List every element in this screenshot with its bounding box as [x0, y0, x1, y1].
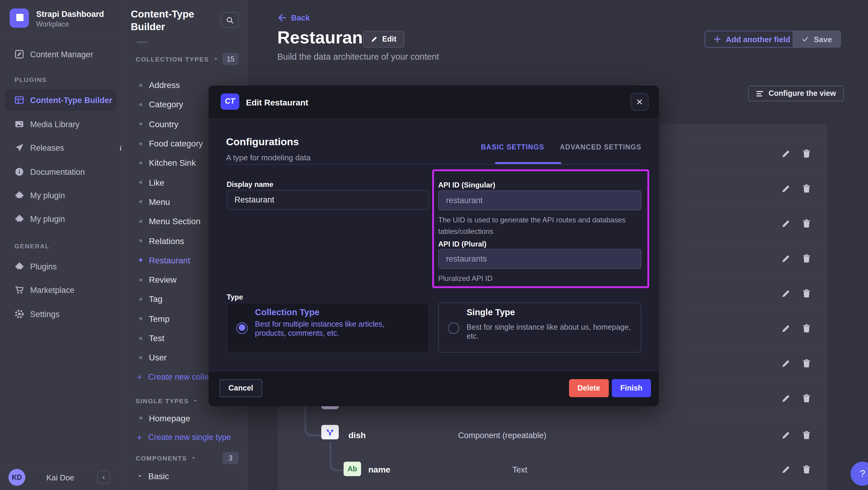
components-list: Basic	[121, 466, 248, 486]
tab-basic-settings[interactable]: BASIC SETTINGS	[481, 143, 544, 150]
components-header[interactable]: COMPONENTS 3	[121, 452, 248, 464]
trash-icon[interactable]	[802, 149, 811, 158]
trash-icon[interactable]	[802, 289, 811, 298]
bullet-icon	[139, 201, 142, 204]
pencil-icon[interactable]	[781, 254, 791, 264]
row-actions	[781, 359, 811, 368]
trash-icon[interactable]	[802, 184, 811, 193]
content-type-badge: CT	[221, 93, 239, 110]
tab-advanced-settings[interactable]: ADVANCED SETTINGS	[560, 143, 641, 150]
close-button[interactable]	[630, 93, 649, 111]
field-name: dish	[348, 430, 366, 440]
field-name: name	[368, 465, 390, 474]
collapse-sidebar-button[interactable]: ‹	[97, 471, 110, 484]
single-type-radio[interactable]	[448, 322, 459, 334]
component-icon	[321, 425, 339, 439]
sidebar-item-label: Settings	[30, 309, 60, 318]
pencil-icon[interactable]	[781, 465, 791, 474]
bullet-icon	[139, 298, 142, 301]
single-types-list: Homepage	[121, 408, 248, 428]
sidebar-item-documentation[interactable]: Documentation	[0, 161, 121, 183]
save-button[interactable]: Save	[793, 31, 841, 48]
api-id-singular-label: API ID (Singular)	[438, 181, 495, 189]
create-single-type-link[interactable]: + Create new single type	[121, 428, 248, 447]
sidebar-item-releases[interactable]: Releases	[0, 137, 121, 158]
api-id-singular-input[interactable]: restaurant	[438, 190, 641, 210]
bullet-icon	[139, 356, 142, 359]
field-type: Text	[513, 465, 527, 474]
collection-types-header[interactable]: COLLECTION TYPES 15	[121, 53, 248, 65]
sidebar-item-marketplace[interactable]: Marketplace	[0, 279, 121, 301]
brand: Strapi Dashboard Workplace	[0, 0, 121, 37]
bullet-icon	[139, 259, 142, 262]
sidebar-item-my-plugin-1[interactable]: My plugin	[0, 184, 121, 206]
display-name-input[interactable]: Restaurant	[227, 189, 429, 209]
sidebar-item-settings[interactable]: Settings	[0, 303, 121, 325]
trash-icon[interactable]	[802, 359, 811, 368]
row-actions	[781, 289, 811, 298]
plus-icon	[714, 36, 721, 43]
single-types-label: SINGLE TYPES	[135, 397, 189, 405]
configurations-title: Configurations	[226, 136, 299, 148]
sidebar-item-content-type-builder[interactable]: Content-Type Builder	[5, 89, 116, 111]
row-divider	[278, 486, 827, 486]
image-icon	[14, 119, 24, 129]
back-arrow-icon	[277, 13, 286, 22]
sidebar-item-my-plugin-2[interactable]: My plugin	[0, 208, 121, 229]
pencil-icon[interactable]	[781, 430, 791, 440]
single-type-title: Single Type	[467, 307, 515, 317]
pencil-icon[interactable]	[781, 324, 791, 333]
plus-icon: +	[137, 432, 142, 443]
modal-header: CT Edit Restaurant	[209, 85, 659, 118]
subnav-item-basic[interactable]: Basic	[121, 466, 248, 486]
cancel-button[interactable]: Cancel	[219, 379, 262, 397]
pencil-icon[interactable]	[781, 184, 791, 193]
add-another-field-button[interactable]: Add another field	[705, 31, 799, 48]
api-id-plural-input[interactable]: restaurants	[438, 249, 641, 269]
sidebar-item-content-manager[interactable]: Content Manager	[0, 43, 121, 65]
pencil-icon[interactable]	[781, 219, 791, 228]
tabs-divider	[226, 164, 641, 164]
sidebar-item-label: Content-Type Builder	[30, 95, 113, 104]
pencil-icon[interactable]	[781, 359, 791, 368]
tree-connector	[330, 442, 345, 471]
brand-subtitle: Workplace	[36, 21, 69, 28]
pencil-icon[interactable]	[781, 149, 791, 158]
bullet-icon	[139, 220, 142, 223]
plugins-section-label: PLUGINS	[14, 76, 47, 83]
finish-button[interactable]: Finish	[612, 379, 651, 397]
edit-button[interactable]: Edit	[363, 31, 404, 48]
edit-restaurant-modal: CT Edit Restaurant Configurations A type…	[209, 85, 659, 406]
single-type-description: Best for single instance like about us, …	[467, 323, 641, 341]
sidebar-item-label: Plugins	[30, 262, 57, 271]
configurations-subtitle: A type for modeling data	[226, 153, 310, 162]
trash-icon[interactable]	[802, 324, 811, 333]
bullet-icon	[139, 337, 142, 340]
page-title: Restaurant	[277, 28, 369, 48]
brand-title: Strapi Dashboard	[36, 10, 104, 19]
collection-type-radio[interactable]	[236, 322, 248, 334]
pencil-icon[interactable]	[781, 289, 791, 298]
configure-the-view-button[interactable]: Configure the view	[748, 86, 844, 101]
sidebar-item-label: Marketplace	[30, 285, 74, 295]
search-button[interactable]	[221, 12, 239, 28]
subnav-title: Content-Type Builder	[131, 8, 215, 33]
feather-icon	[14, 50, 24, 59]
puzzle-icon	[14, 190, 24, 200]
back-link[interactable]: Back	[277, 13, 310, 22]
subnav-item-homepage[interactable]: Homepage	[121, 408, 248, 428]
row-actions	[781, 465, 811, 474]
active-tab-indicator	[495, 162, 561, 164]
general-section-label: GENERAL	[14, 242, 50, 249]
trash-icon[interactable]	[802, 465, 811, 474]
trash-icon[interactable]	[802, 394, 811, 403]
collection-type-title: Collection Type	[255, 307, 319, 317]
pencil-icon[interactable]	[781, 394, 791, 403]
bullet-icon	[139, 181, 142, 184]
trash-icon[interactable]	[802, 430, 811, 440]
delete-button[interactable]: Delete	[569, 379, 609, 397]
sidebar-item-plugins[interactable]: Plugins	[0, 255, 121, 277]
sidebar-item-media-library[interactable]: Media Library	[0, 113, 121, 135]
trash-icon[interactable]	[802, 254, 811, 264]
trash-icon[interactable]	[802, 219, 811, 228]
